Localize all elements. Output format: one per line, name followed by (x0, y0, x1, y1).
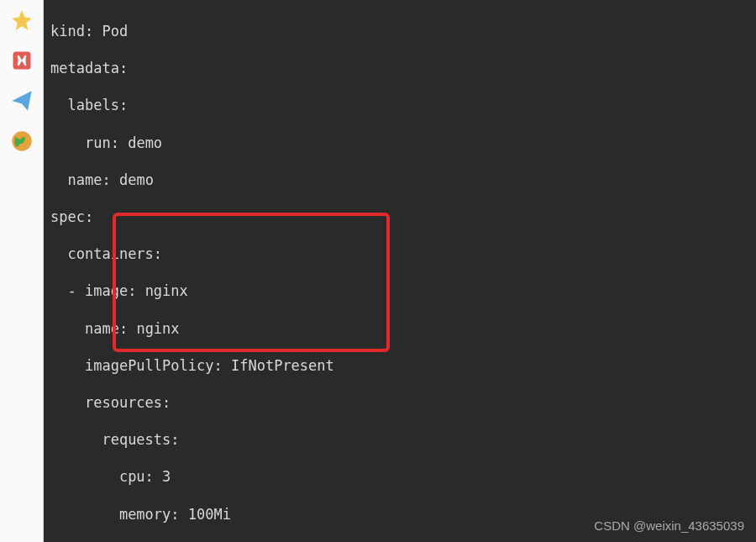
yaml-line: - image: nginx (47, 282, 756, 300)
yaml-line: spec: (47, 208, 756, 226)
yaml-line: requests: (47, 430, 756, 449)
yaml-line: name: demo (47, 171, 756, 189)
yaml-line: run: demo (47, 134, 756, 152)
yaml-line: cpu: 3 (47, 467, 756, 486)
yaml-line: containers: (47, 245, 756, 263)
sidebar (0, 0, 44, 542)
yaml-line: labels: (47, 96, 756, 114)
watermark: CSDN @weixin_43635039 (594, 518, 744, 534)
code-editor[interactable]: kind: Pod metadata: labels: run: demo na… (44, 0, 756, 542)
star-icon[interactable] (7, 5, 37, 35)
yaml-line: kind: Pod (47, 22, 756, 40)
paper-plane-icon[interactable] (7, 86, 37, 116)
yaml-line: imagePullPolicy: IfNotPresent (47, 356, 756, 375)
globe-icon[interactable] (7, 126, 37, 156)
yaml-line: metadata: (47, 59, 756, 77)
yaml-line: resources: (47, 393, 756, 412)
yaml-line: name: nginx (47, 319, 756, 338)
tool-icon[interactable] (7, 45, 37, 76)
